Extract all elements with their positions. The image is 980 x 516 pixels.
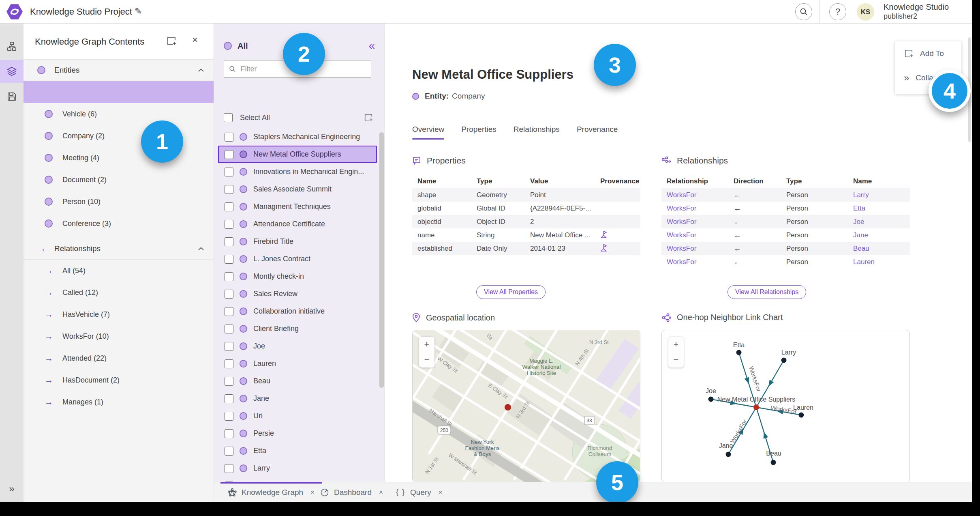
tab-dashboard[interactable]: Dashboard × — [320, 482, 383, 502]
table-row[interactable]: WorksFor ← Person Lauren — [661, 255, 910, 269]
related-entity-link[interactable]: Joe — [848, 218, 910, 226]
detail-tab[interactable]: Relationships — [514, 125, 560, 140]
entity-type-row[interactable]: Vehicle (6) — [24, 103, 214, 125]
sidebar-item-save[interactable] — [0, 85, 24, 108]
item-checkbox[interactable] — [225, 394, 233, 403]
entity-type-row[interactable]: Document (2) — [24, 169, 214, 191]
item-checkbox[interactable] — [225, 150, 233, 159]
table-row[interactable]: objectid Object ID 2 — [412, 215, 640, 228]
collapse-panel-icon[interactable]: « — [368, 39, 375, 52]
related-entity-link[interactable]: Beau — [848, 245, 910, 253]
view-all-properties-button[interactable]: View All Properties — [476, 285, 546, 299]
zoom-out-button[interactable]: − — [668, 352, 684, 368]
item-checkbox[interactable] — [225, 255, 233, 264]
add-to-icon[interactable] — [364, 113, 373, 123]
zoom-out-button[interactable]: − — [419, 352, 434, 368]
relationship-link[interactable]: WorksFor — [661, 218, 728, 226]
entity-list-item[interactable]: Staplers Mechanical Engineering — [218, 128, 377, 146]
app-logo-icon[interactable] — [6, 4, 23, 20]
node-larry[interactable] — [781, 358, 787, 363]
related-entity-link[interactable]: Jane — [848, 231, 910, 239]
table-row[interactable]: shape Geometry Point — [412, 188, 640, 202]
entity-list-item[interactable]: Collaboration initiative — [218, 303, 377, 320]
entity-list-item[interactable]: Firebird Title — [218, 233, 377, 250]
edit-title-icon[interactable]: ✎ — [135, 6, 142, 17]
tab-knowledge-graph[interactable]: Knowledge Graph × — [228, 482, 315, 502]
item-checkbox[interactable] — [225, 325, 233, 333]
add-to-map-button[interactable] — [166, 36, 177, 48]
entity-list-item[interactable]: Beau — [218, 372, 377, 390]
user-avatar[interactable]: KS — [857, 3, 874, 21]
item-checkbox[interactable] — [225, 464, 233, 473]
provenance-flag-icon[interactable] — [600, 230, 607, 238]
entity-list-item[interactable]: Uri — [218, 407, 377, 425]
relationship-type-row[interactable]: → Called (12) — [24, 282, 214, 303]
table-row[interactable]: WorksFor ← Person Larry — [661, 188, 910, 202]
entity-list-item[interactable]: Montly check-in — [218, 268, 377, 285]
entity-list-item[interactable]: Etta — [218, 442, 377, 460]
table-row[interactable]: WorksFor ← Person Jane — [661, 228, 910, 242]
entity-list-item[interactable]: Innovations in Mechanical Engin... — [218, 163, 377, 181]
close-panel-icon[interactable]: × — [192, 34, 198, 45]
item-checkbox[interactable] — [225, 447, 233, 456]
select-all-checkbox[interactable] — [224, 113, 233, 122]
item-checkbox[interactable] — [225, 377, 233, 386]
help-button[interactable]: ? — [829, 3, 846, 20]
view-all-relationships-button[interactable]: View All Relationships — [728, 285, 806, 299]
entity-list-item[interactable]: Sales Review — [218, 285, 377, 303]
node-etta[interactable] — [736, 350, 742, 355]
close-tab-icon[interactable]: × — [379, 488, 383, 497]
entity-type-row[interactable]: Conference (3) — [24, 213, 214, 234]
expand-rail-button[interactable]: » — [0, 483, 24, 494]
related-entity-link[interactable]: Larry — [848, 191, 910, 199]
detail-tab[interactable]: Overview — [412, 125, 444, 140]
entity-list-item[interactable]: L. Jones Contract — [218, 250, 377, 268]
item-checkbox[interactable] — [225, 185, 233, 194]
sidebar-item-contents[interactable] — [0, 60, 24, 83]
table-row[interactable]: WorksFor ← Person Beau — [661, 242, 910, 255]
item-checkbox[interactable] — [225, 220, 233, 229]
entity-list-item[interactable]: Larry — [218, 460, 377, 477]
relationship-type-row[interactable]: → HasVehicle (7) — [24, 303, 214, 325]
map-canvas[interactable]: 250 33 W Clay St Marshall St W Marshall … — [413, 330, 640, 483]
table-row[interactable]: WorksFor ← Person Joe — [661, 215, 910, 228]
entity-list-item[interactable]: Sales Associate Summit — [218, 181, 377, 198]
entity-list-item[interactable]: Lauren — [218, 355, 377, 372]
relationship-link[interactable]: WorksFor — [661, 204, 728, 213]
relationship-link[interactable]: WorksFor — [661, 231, 728, 239]
item-checkbox[interactable] — [225, 359, 233, 368]
item-checkbox[interactable] — [225, 237, 233, 246]
relationship-link[interactable]: WorksFor — [661, 258, 728, 266]
entity-type-row[interactable]: Meeting (4) — [24, 147, 214, 169]
item-checkbox[interactable] — [225, 133, 233, 142]
relationship-type-row[interactable]: → All (54) — [24, 260, 214, 282]
entity-list-item[interactable]: New Metal Office Suppliers — [218, 146, 377, 163]
tab-query[interactable]: { } Query × — [396, 482, 443, 502]
table-row[interactable]: globalid Global ID {A228944F-0EF5-... — [412, 202, 640, 215]
entity-list-item[interactable]: Persie — [218, 425, 377, 442]
relationship-type-row[interactable]: → WorksFor (10) — [24, 325, 214, 347]
table-row[interactable]: established Date Only 2014-01-23 — [412, 242, 640, 255]
entity-list-item[interactable]: Client Briefing — [218, 320, 377, 338]
item-checkbox[interactable] — [225, 168, 233, 176]
item-checkbox[interactable] — [225, 290, 233, 299]
close-tab-icon[interactable]: × — [439, 488, 443, 497]
relationships-section-header[interactable]: → Relationships — [24, 238, 214, 260]
item-checkbox[interactable] — [225, 412, 233, 421]
zoom-in-button[interactable]: + — [668, 337, 684, 352]
entity-list-item[interactable]: Attendance Certificate — [218, 215, 377, 233]
detail-tab[interactable]: Properties — [461, 125, 496, 140]
add-to-menu-item[interactable]: Add To — [904, 49, 944, 58]
sidebar-item-schema[interactable] — [0, 35, 24, 58]
provenance-flag-icon[interactable] — [600, 244, 607, 252]
entities-section-header[interactable]: Entities — [24, 59, 214, 81]
entity-list-item[interactable]: Jane — [218, 390, 377, 407]
link-chart-canvas[interactable]: WorksFor WorksFor WorksFor Etta — [662, 330, 910, 483]
zoom-in-button[interactable]: + — [419, 337, 434, 352]
detail-tab[interactable]: Provenance — [577, 125, 618, 140]
relationship-link[interactable]: WorksFor — [661, 245, 728, 253]
relationship-link[interactable]: WorksFor — [661, 191, 728, 199]
related-entity-link[interactable]: Lauren — [848, 258, 910, 266]
relationship-type-row[interactable]: → HasDocument (2) — [24, 369, 214, 391]
search-button[interactable] — [795, 3, 812, 20]
